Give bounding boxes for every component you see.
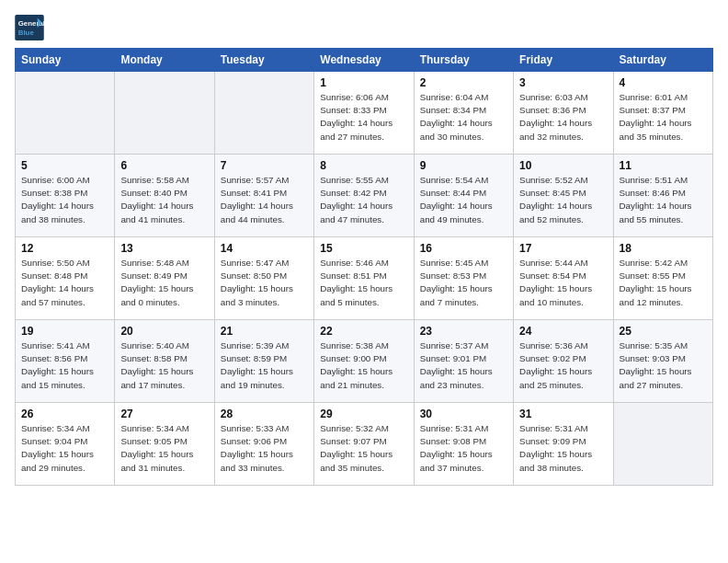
day-info: Sunrise: 5:51 AM Sunset: 8:46 PM Dayligh… — [620, 174, 707, 226]
day-number: 24 — [519, 325, 607, 338]
day-info: Sunrise: 5:31 AM Sunset: 9:08 PM Dayligh… — [420, 422, 507, 475]
calendar-table: SundayMondayTuesdayWednesdayThursdayFrid… — [15, 48, 713, 486]
week-row-5: 26Sunrise: 5:34 AM Sunset: 9:04 PM Dayli… — [16, 403, 713, 486]
day-cell — [115, 72, 214, 155]
day-cell: 20Sunrise: 5:40 AM Sunset: 8:58 PM Dayli… — [115, 320, 214, 403]
day-number: 13 — [120, 242, 208, 255]
day-cell: 25Sunrise: 5:35 AM Sunset: 9:03 PM Dayli… — [613, 320, 712, 403]
day-cell — [613, 403, 712, 486]
day-info: Sunrise: 6:00 AM Sunset: 8:38 PM Dayligh… — [21, 174, 108, 226]
day-number: 20 — [120, 325, 208, 338]
column-header-monday: Monday — [115, 49, 214, 72]
svg-text:Blue: Blue — [18, 29, 35, 37]
day-cell: 18Sunrise: 5:42 AM Sunset: 8:55 PM Dayli… — [613, 237, 712, 320]
day-info: Sunrise: 5:33 AM Sunset: 9:06 PM Dayligh… — [221, 422, 308, 475]
day-cell: 16Sunrise: 5:45 AM Sunset: 8:53 PM Dayli… — [414, 237, 513, 320]
day-cell: 4Sunrise: 6:01 AM Sunset: 8:37 PM Daylig… — [613, 72, 712, 155]
day-cell: 27Sunrise: 5:34 AM Sunset: 9:05 PM Dayli… — [115, 403, 214, 486]
day-cell: 9Sunrise: 5:54 AM Sunset: 8:44 PM Daylig… — [414, 155, 513, 237]
day-info: Sunrise: 5:58 AM Sunset: 8:40 PM Dayligh… — [120, 174, 208, 226]
day-cell: 1Sunrise: 6:06 AM Sunset: 8:33 PM Daylig… — [314, 72, 414, 155]
day-number: 28 — [221, 408, 308, 420]
day-info: Sunrise: 5:35 AM Sunset: 9:03 PM Dayligh… — [620, 339, 707, 392]
column-header-thursday: Thursday — [414, 49, 513, 72]
day-info: Sunrise: 5:41 AM Sunset: 8:56 PM Dayligh… — [21, 339, 108, 392]
day-info: Sunrise: 5:34 AM Sunset: 9:04 PM Dayligh… — [21, 422, 108, 475]
day-cell: 7Sunrise: 5:57 AM Sunset: 8:41 PM Daylig… — [214, 155, 313, 237]
day-number: 15 — [320, 242, 407, 255]
week-row-4: 19Sunrise: 5:41 AM Sunset: 8:56 PM Dayli… — [16, 320, 713, 403]
day-cell: 19Sunrise: 5:41 AM Sunset: 8:56 PM Dayli… — [16, 320, 115, 403]
day-info: Sunrise: 6:06 AM Sunset: 8:33 PM Dayligh… — [320, 91, 407, 144]
day-info: Sunrise: 5:55 AM Sunset: 8:42 PM Dayligh… — [320, 174, 407, 226]
day-number: 17 — [519, 242, 607, 255]
day-info: Sunrise: 6:04 AM Sunset: 8:34 PM Dayligh… — [420, 91, 507, 144]
day-info: Sunrise: 5:48 AM Sunset: 8:49 PM Dayligh… — [120, 257, 208, 309]
day-cell: 6Sunrise: 5:58 AM Sunset: 8:40 PM Daylig… — [115, 155, 214, 237]
day-cell: 31Sunrise: 5:31 AM Sunset: 9:09 PM Dayli… — [514, 403, 613, 486]
day-cell — [214, 72, 313, 155]
day-number: 16 — [420, 242, 507, 255]
logo-icon: General Blue — [15, 15, 44, 40]
column-header-wednesday: Wednesday — [314, 49, 414, 72]
day-number: 21 — [221, 325, 308, 338]
day-number: 27 — [120, 408, 208, 420]
day-info: Sunrise: 5:44 AM Sunset: 8:54 PM Dayligh… — [519, 257, 607, 309]
day-number: 1 — [320, 76, 407, 89]
day-cell: 17Sunrise: 5:44 AM Sunset: 8:54 PM Dayli… — [514, 237, 613, 320]
day-number: 25 — [620, 325, 707, 338]
week-row-1: 1Sunrise: 6:06 AM Sunset: 8:33 PM Daylig… — [16, 72, 713, 155]
day-cell: 14Sunrise: 5:47 AM Sunset: 8:50 PM Dayli… — [214, 237, 313, 320]
day-info: Sunrise: 5:40 AM Sunset: 8:58 PM Dayligh… — [120, 339, 208, 392]
day-number: 19 — [21, 325, 108, 338]
day-info: Sunrise: 5:46 AM Sunset: 8:51 PM Dayligh… — [320, 257, 407, 309]
day-number: 11 — [620, 159, 707, 172]
day-info: Sunrise: 5:57 AM Sunset: 8:41 PM Dayligh… — [221, 174, 308, 226]
day-number: 10 — [519, 159, 607, 172]
day-number: 6 — [120, 159, 208, 172]
day-info: Sunrise: 5:50 AM Sunset: 8:48 PM Dayligh… — [21, 257, 108, 309]
day-info: Sunrise: 5:42 AM Sunset: 8:55 PM Dayligh… — [620, 257, 707, 309]
day-info: Sunrise: 5:38 AM Sunset: 9:00 PM Dayligh… — [320, 339, 407, 392]
day-info: Sunrise: 5:31 AM Sunset: 9:09 PM Dayligh… — [519, 422, 607, 475]
day-info: Sunrise: 5:52 AM Sunset: 8:45 PM Dayligh… — [519, 174, 607, 226]
day-cell: 12Sunrise: 5:50 AM Sunset: 8:48 PM Dayli… — [16, 237, 115, 320]
day-info: Sunrise: 5:34 AM Sunset: 9:05 PM Dayligh… — [120, 422, 208, 475]
day-info: Sunrise: 5:45 AM Sunset: 8:53 PM Dayligh… — [420, 257, 507, 309]
day-cell: 24Sunrise: 5:36 AM Sunset: 9:02 PM Dayli… — [514, 320, 613, 403]
day-number: 23 — [420, 325, 507, 338]
day-info: Sunrise: 5:47 AM Sunset: 8:50 PM Dayligh… — [221, 257, 308, 309]
day-cell: 22Sunrise: 5:38 AM Sunset: 9:00 PM Dayli… — [314, 320, 414, 403]
day-number: 12 — [21, 242, 108, 255]
day-info: Sunrise: 6:03 AM Sunset: 8:36 PM Dayligh… — [519, 91, 607, 144]
logo: General Blue — [15, 15, 44, 40]
day-cell: 23Sunrise: 5:37 AM Sunset: 9:01 PM Dayli… — [414, 320, 513, 403]
day-cell: 13Sunrise: 5:48 AM Sunset: 8:49 PM Dayli… — [115, 237, 214, 320]
day-info: Sunrise: 5:36 AM Sunset: 9:02 PM Dayligh… — [519, 339, 607, 392]
day-cell: 21Sunrise: 5:39 AM Sunset: 8:59 PM Dayli… — [214, 320, 313, 403]
day-number: 9 — [420, 159, 507, 172]
day-cell: 15Sunrise: 5:46 AM Sunset: 8:51 PM Dayli… — [314, 237, 414, 320]
day-cell: 29Sunrise: 5:32 AM Sunset: 9:07 PM Dayli… — [314, 403, 414, 486]
day-number: 31 — [519, 408, 607, 420]
day-info: Sunrise: 5:32 AM Sunset: 9:07 PM Dayligh… — [320, 422, 407, 475]
day-cell — [16, 72, 115, 155]
day-cell: 3Sunrise: 6:03 AM Sunset: 8:36 PM Daylig… — [514, 72, 613, 155]
header-row: SundayMondayTuesdayWednesdayThursdayFrid… — [16, 49, 713, 72]
day-number: 29 — [320, 408, 407, 420]
column-header-sunday: Sunday — [16, 49, 115, 72]
day-info: Sunrise: 6:01 AM Sunset: 8:37 PM Dayligh… — [620, 91, 707, 144]
day-number: 30 — [420, 408, 507, 420]
day-cell: 10Sunrise: 5:52 AM Sunset: 8:45 PM Dayli… — [514, 155, 613, 237]
day-number: 14 — [221, 242, 308, 255]
day-number: 2 — [420, 76, 507, 89]
week-row-2: 5Sunrise: 6:00 AM Sunset: 8:38 PM Daylig… — [16, 155, 713, 237]
day-info: Sunrise: 5:39 AM Sunset: 8:59 PM Dayligh… — [221, 339, 308, 392]
day-number: 8 — [320, 159, 407, 172]
day-cell: 26Sunrise: 5:34 AM Sunset: 9:04 PM Dayli… — [16, 403, 115, 486]
day-number: 3 — [519, 76, 607, 89]
day-info: Sunrise: 5:54 AM Sunset: 8:44 PM Dayligh… — [420, 174, 507, 226]
day-cell: 5Sunrise: 6:00 AM Sunset: 8:38 PM Daylig… — [16, 155, 115, 237]
column-header-tuesday: Tuesday — [214, 49, 313, 72]
day-number: 7 — [221, 159, 308, 172]
